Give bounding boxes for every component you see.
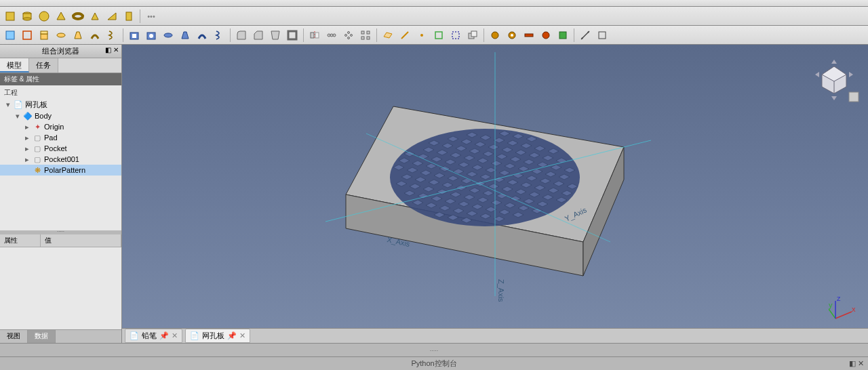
- tube-icon[interactable]: [121, 9, 136, 24]
- svg-point-14: [57, 33, 65, 37]
- tree-node-label: Body: [35, 112, 52, 120]
- tree-node-label: Pocket: [44, 144, 67, 152]
- props-tab-view[interactable]: 视图: [0, 330, 28, 343]
- doc-tab-1[interactable]: 📄 铅笔 📌 ✕: [125, 329, 182, 343]
- document-tabs: 📄 铅笔 📌 ✕ 📄 网孔板 📌 ✕: [122, 328, 868, 343]
- extra2-icon[interactable]: [555, 28, 570, 43]
- measure-icon[interactable]: [578, 28, 593, 43]
- expand-icon[interactable]: ▾: [14, 112, 21, 121]
- tree-item-pocket[interactable]: ▸▢Pocket: [0, 143, 121, 154]
- groove-icon[interactable]: [161, 28, 176, 43]
- tree-view[interactable]: 工程 ▾📄网孔板▾🔷Body▸✦Origin▸▢Pad▸▢Pocket▸▢Poc…: [0, 85, 121, 230]
- hole-icon[interactable]: [144, 28, 159, 43]
- shaft-icon[interactable]: [521, 28, 536, 43]
- prism-icon[interactable]: [87, 9, 102, 24]
- tree-node-icon: ▢: [33, 144, 42, 153]
- chamfer-icon[interactable]: [251, 28, 266, 43]
- tab-pin-icon[interactable]: 📌: [159, 331, 169, 340]
- sphere-icon[interactable]: [37, 9, 52, 24]
- clone-icon[interactable]: [465, 28, 480, 43]
- subhelix-icon[interactable]: [212, 28, 226, 43]
- expand-icon[interactable]: ▸: [24, 133, 31, 142]
- datum-plane-icon[interactable]: [380, 28, 395, 43]
- linear-pattern-icon[interactable]: [324, 28, 339, 43]
- helix-icon[interactable]: [104, 28, 119, 43]
- tab-pin-icon[interactable]: 📌: [227, 331, 237, 340]
- torus-icon[interactable]: [71, 9, 85, 24]
- fillet-icon[interactable]: [234, 28, 249, 43]
- tree-item-polarpattern[interactable]: ❋PolarPattern: [0, 165, 121, 176]
- close-icon[interactable]: ✕: [172, 331, 178, 340]
- shapebinder-icon[interactable]: [431, 28, 446, 43]
- props-tab-data[interactable]: 数据: [28, 330, 56, 343]
- mirror-icon[interactable]: [307, 28, 322, 43]
- tree-item-body[interactable]: ▾🔷Body: [0, 110, 121, 121]
- svg-point-41: [492, 32, 498, 39]
- property-panel: 属性 值 视图 数据: [0, 234, 121, 343]
- cylinder-icon[interactable]: [20, 9, 35, 24]
- expand-icon[interactable]: ▾: [5, 100, 12, 109]
- datum-point-icon[interactable]: [414, 28, 429, 43]
- console-undock-icon[interactable]: ◧ ✕: [849, 359, 864, 368]
- wedge-icon[interactable]: [104, 9, 119, 24]
- svg-rect-40: [471, 31, 477, 37]
- toolbar-separator: [230, 28, 231, 42]
- pocket-icon[interactable]: [127, 28, 142, 43]
- revolve-icon[interactable]: [54, 28, 68, 43]
- tree-node-label: 网孔板: [25, 100, 47, 110]
- panel-undock-icon[interactable]: ◧ ✕: [105, 46, 119, 54]
- tree-item-pocket001[interactable]: ▸▢Pocket001: [0, 154, 121, 165]
- body-icon[interactable]: [3, 28, 18, 43]
- subloft-icon[interactable]: [178, 28, 193, 43]
- navigation-cube[interactable]: [807, 52, 861, 106]
- toolbar-top-partial: [0, 0, 868, 7]
- python-console-header: ·····: [0, 343, 868, 356]
- toolbar-separator: [376, 28, 377, 42]
- extra1-icon[interactable]: [538, 28, 553, 43]
- python-console-titlebar: Python控制台 ◧ ✕: [0, 356, 868, 370]
- expand-icon[interactable]: ▸: [24, 155, 31, 164]
- svg-rect-12: [41, 34, 47, 39]
- subshapebinder-icon[interactable]: [448, 28, 463, 43]
- svg-line-35: [401, 32, 408, 39]
- cone-icon[interactable]: [54, 9, 68, 24]
- props-col-property: 属性: [0, 234, 41, 247]
- 3d-viewport[interactable]: X_Axis Y_Axis Z_Axis: [122, 45, 868, 343]
- tree-item-pad[interactable]: ▸▢Pad: [0, 132, 121, 143]
- close-icon[interactable]: ✕: [239, 331, 245, 340]
- svg-rect-34: [367, 37, 370, 39]
- draft-icon[interactable]: [268, 28, 283, 43]
- gear-icon[interactable]: [505, 28, 519, 43]
- sketch-icon[interactable]: [20, 28, 35, 43]
- multi-transform-icon[interactable]: [358, 28, 373, 43]
- tree-node-icon: ❋: [33, 165, 42, 175]
- sweep-icon[interactable]: [87, 28, 102, 43]
- svg-point-26: [333, 34, 336, 37]
- doc-tab-2[interactable]: 📄 网孔板 📌 ✕: [185, 329, 250, 343]
- svg-point-3: [23, 18, 31, 20]
- tab-model[interactable]: 模型: [0, 58, 29, 73]
- measure2-icon[interactable]: [595, 28, 610, 43]
- tree-item-网孔板[interactable]: ▾📄网孔板: [0, 99, 121, 110]
- sprocket-icon[interactable]: [488, 28, 502, 43]
- loft-icon[interactable]: [71, 28, 85, 43]
- thickness-icon[interactable]: [285, 28, 300, 43]
- datum-line-icon[interactable]: [397, 28, 412, 43]
- subsweep-icon[interactable]: [195, 28, 210, 43]
- expand-icon[interactable]: ▸: [24, 144, 31, 153]
- tab-tasks[interactable]: 任务: [29, 58, 58, 73]
- polar-pattern-icon[interactable]: [341, 28, 356, 43]
- svg-text:z: z: [837, 295, 841, 302]
- pad-icon[interactable]: [37, 28, 52, 43]
- props-col-value: 值: [41, 234, 121, 247]
- toolbar-separator: [303, 28, 304, 42]
- svg-point-19: [164, 33, 172, 37]
- cube-icon[interactable]: [3, 9, 18, 24]
- svg-marker-188: [831, 96, 837, 100]
- svg-point-25: [330, 34, 333, 37]
- svg-rect-16: [132, 34, 136, 38]
- tree-item-origin[interactable]: ▸✦Origin: [0, 121, 121, 132]
- dot-icon[interactable]: •••: [144, 9, 159, 24]
- svg-rect-31: [361, 31, 364, 34]
- expand-icon[interactable]: ▸: [24, 123, 31, 131]
